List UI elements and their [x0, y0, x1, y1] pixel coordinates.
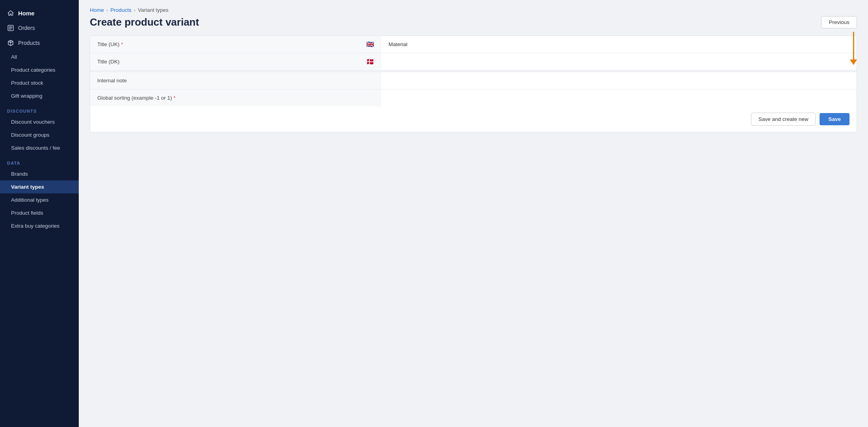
sidebar-products-label: Products: [18, 40, 40, 46]
save-and-create-new-button[interactable]: Save and create new: [751, 113, 816, 126]
form-card: Title (UK) * 🇬🇧: [90, 35, 857, 132]
orders-icon: [7, 24, 14, 32]
data-section-label: DATA: [0, 154, 79, 167]
page-header: Create product variant Previous: [79, 16, 868, 35]
sidebar-product-fields[interactable]: Product fields: [0, 206, 79, 219]
products-icon: [7, 39, 14, 46]
sidebar-discount-groups[interactable]: Discount groups: [0, 128, 79, 141]
home-icon: [7, 9, 14, 17]
sidebar-sub-product-stock[interactable]: Product stock: [0, 76, 79, 89]
title-uk-required: *: [121, 41, 123, 47]
sidebar-additional-types[interactable]: Additional types: [0, 193, 79, 206]
uk-flag-icon: 🇬🇧: [366, 41, 374, 48]
internal-note-input[interactable]: [388, 77, 849, 84]
extra-buy-categories-label: Extra buy categories: [11, 223, 59, 229]
field-title-dk: Title (DK) 🇩🇰: [90, 53, 857, 71]
dk-flag-icon: 🇩🇰: [366, 58, 374, 65]
sidebar-sub-all[interactable]: All: [0, 50, 79, 63]
title-dk-label-text: Title (DK): [97, 59, 120, 65]
field-global-sorting: Global sorting (example -1 or 1) *: [90, 89, 857, 107]
label-title-uk: Title (UK) * 🇬🇧: [90, 36, 381, 53]
sidebar-sales-discounts[interactable]: Sales discounts / fee: [0, 141, 79, 154]
previous-button[interactable]: Previous: [821, 16, 857, 28]
breadcrumb-sep-2: ›: [134, 7, 135, 13]
sidebar-home-item[interactable]: Home: [0, 4, 79, 20]
discounts-section-label: DISCOUNTS: [0, 102, 79, 115]
sidebar-sub-product-categories-label: Product categories: [11, 67, 56, 73]
global-sorting-required: *: [174, 95, 176, 101]
label-title-dk: Title (DK) 🇩🇰: [90, 53, 381, 71]
label-global-sorting: Global sorting (example -1 or 1) *: [90, 89, 381, 107]
title-uk-input[interactable]: [388, 41, 849, 48]
main-content: Home › Products › Variant types Create p…: [79, 0, 868, 427]
breadcrumb-current: Variant types: [138, 7, 169, 13]
breadcrumb-home[interactable]: Home: [90, 7, 104, 13]
sidebar-products[interactable]: Products: [0, 35, 79, 50]
form-table: Title (UK) * 🇬🇧: [90, 36, 857, 106]
label-internal-note: Internal note: [90, 72, 381, 89]
sidebar-orders-label: Orders: [18, 25, 35, 31]
product-fields-label: Product fields: [11, 210, 43, 216]
arrow-head: [850, 59, 857, 65]
breadcrumb-sep-1: ›: [106, 7, 108, 13]
sidebar-variant-types[interactable]: Variant types: [0, 180, 79, 193]
value-internal-note[interactable]: [381, 72, 857, 89]
global-sorting-input[interactable]: [388, 94, 849, 102]
title-uk-label-text: Title (UK): [97, 41, 120, 47]
breadcrumb-products[interactable]: Products: [110, 7, 131, 13]
sidebar-home-label: Home: [18, 10, 35, 17]
breadcrumb: Home › Products › Variant types: [79, 0, 868, 16]
sidebar-orders[interactable]: Orders: [0, 20, 79, 35]
variant-types-label: Variant types: [11, 184, 44, 190]
global-sorting-label-text: Global sorting (example -1 or 1): [97, 95, 172, 101]
brands-label: Brands: [11, 171, 28, 177]
value-title-uk[interactable]: [381, 36, 857, 53]
sidebar-sub-all-label: All: [11, 54, 17, 60]
sales-discounts-label: Sales discounts / fee: [11, 145, 60, 151]
sidebar-sub-gift-wrapping[interactable]: Gift wrapping: [0, 89, 79, 102]
sidebar-discount-vouchers[interactable]: Discount vouchers: [0, 115, 79, 128]
sidebar-sub-product-stock-label: Product stock: [11, 80, 43, 86]
arrow-line: [853, 32, 854, 59]
sidebar-extra-buy-categories[interactable]: Extra buy categories: [0, 219, 79, 232]
sidebar-brands[interactable]: Brands: [0, 167, 79, 180]
value-global-sorting[interactable]: [381, 89, 857, 107]
page-title: Create product variant: [90, 16, 199, 28]
sidebar-sub-gift-wrapping-label: Gift wrapping: [11, 93, 43, 99]
save-button[interactable]: Save: [820, 113, 849, 125]
additional-types-label: Additional types: [11, 197, 48, 203]
sidebar: Home Orders Products All Product categor…: [0, 0, 79, 427]
arrow-annotation: [850, 32, 857, 65]
discount-vouchers-label: Discount vouchers: [11, 119, 55, 125]
discount-groups-label: Discount groups: [11, 132, 50, 138]
title-dk-input[interactable]: [388, 58, 849, 65]
sidebar-sub-product-categories[interactable]: Product categories: [0, 63, 79, 76]
field-title-uk: Title (UK) * 🇬🇧: [90, 36, 857, 53]
value-title-dk[interactable]: [381, 53, 857, 71]
field-internal-note: Internal note: [90, 72, 857, 89]
form-actions: Save and create new Save: [90, 106, 857, 132]
